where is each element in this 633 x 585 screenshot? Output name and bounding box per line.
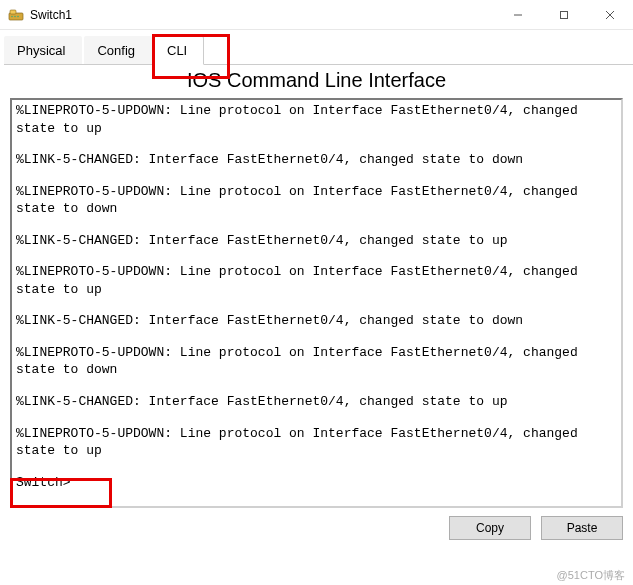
app-icon: [8, 7, 24, 23]
svg-point-3: [14, 15, 16, 17]
log-line: %LINEPROTO-5-UPDOWN: Line protocol on In…: [16, 344, 617, 379]
log-line: %LINEPROTO-5-UPDOWN: Line protocol on In…: [16, 425, 617, 460]
paste-button[interactable]: Paste: [541, 516, 623, 540]
content-panel: IOS Command Line Interface %LINEPROTO-5-…: [0, 69, 633, 550]
log-line: %LINK-5-CHANGED: Interface FastEthernet0…: [16, 393, 617, 411]
cli-prompt[interactable]: Switch>: [16, 474, 617, 492]
button-row: Copy Paste: [10, 516, 623, 540]
close-button[interactable]: [587, 0, 633, 30]
log-line: %LINK-5-CHANGED: Interface FastEthernet0…: [16, 232, 617, 250]
log-line: %LINK-5-CHANGED: Interface FastEthernet0…: [16, 151, 617, 169]
svg-point-2: [11, 15, 13, 17]
log-line: %LINK-5-CHANGED: Interface FastEthernet0…: [16, 312, 617, 330]
copy-button[interactable]: Copy: [449, 516, 531, 540]
svg-rect-1: [10, 10, 16, 14]
minimize-button[interactable]: [495, 0, 541, 30]
tab-config[interactable]: Config: [84, 36, 152, 65]
terminal-container: %LINEPROTO-5-UPDOWN: Line protocol on In…: [10, 98, 623, 508]
tab-bar: Physical Config CLI: [4, 36, 633, 65]
log-line: %LINEPROTO-5-UPDOWN: Line protocol on In…: [16, 183, 617, 218]
cli-heading: IOS Command Line Interface: [10, 69, 623, 92]
tab-underline: [4, 64, 633, 65]
window-controls: [495, 0, 633, 29]
window-title: Switch1: [30, 8, 495, 22]
tab-physical[interactable]: Physical: [4, 36, 82, 65]
log-line: %LINEPROTO-5-UPDOWN: Line protocol on In…: [16, 102, 617, 137]
terminal-output[interactable]: %LINEPROTO-5-UPDOWN: Line protocol on In…: [10, 98, 623, 508]
tab-cli[interactable]: CLI: [154, 36, 204, 65]
svg-rect-6: [561, 12, 568, 19]
titlebar: Switch1: [0, 0, 633, 30]
svg-point-4: [17, 15, 19, 17]
maximize-button[interactable]: [541, 0, 587, 30]
watermark: @51CTO博客: [557, 568, 625, 583]
log-line: %LINEPROTO-5-UPDOWN: Line protocol on In…: [16, 263, 617, 298]
